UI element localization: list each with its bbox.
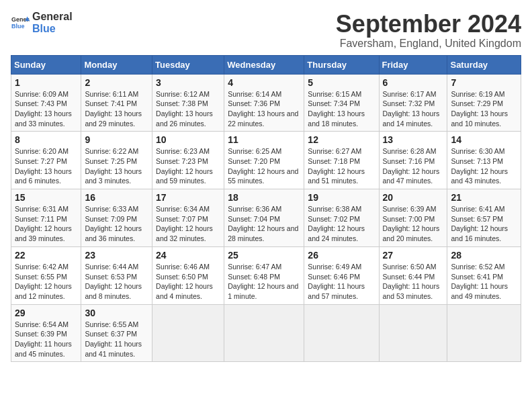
table-row: 6Sunrise: 6:17 AMSunset: 7:32 PMDaylight… — [379, 74, 447, 132]
day-number: 20 — [383, 192, 444, 203]
day-number: 2 — [85, 77, 148, 88]
table-row — [379, 304, 447, 362]
day-number: 18 — [228, 192, 300, 203]
day-number: 7 — [451, 77, 517, 88]
table-row: 4Sunrise: 6:14 AMSunset: 7:36 PMDaylight… — [224, 74, 304, 132]
day-info: Sunrise: 6:44 AMSunset: 6:53 PMDaylight:… — [85, 262, 148, 302]
day-number: 23 — [85, 250, 148, 261]
day-number: 22 — [15, 250, 77, 261]
col-friday: Friday — [379, 55, 447, 74]
day-number: 4 — [228, 77, 300, 88]
day-number: 12 — [308, 134, 375, 145]
day-number: 15 — [15, 192, 77, 203]
day-info: Sunrise: 6:49 AMSunset: 6:46 PMDaylight:… — [308, 262, 375, 302]
day-number: 1 — [15, 77, 77, 88]
day-number: 28 — [451, 250, 517, 261]
col-saturday: Saturday — [447, 55, 521, 74]
day-number: 29 — [15, 308, 77, 318]
logo: General Blue General Blue — [11, 11, 73, 34]
table-row: 10Sunrise: 6:23 AMSunset: 7:23 PMDayligh… — [152, 132, 224, 189]
table-row: 25Sunrise: 6:47 AMSunset: 6:48 PMDayligh… — [224, 246, 304, 304]
day-info: Sunrise: 6:38 AMSunset: 7:02 PMDaylight:… — [308, 204, 375, 244]
day-info: Sunrise: 6:23 AMSunset: 7:23 PMDaylight:… — [156, 146, 220, 186]
table-row: 19Sunrise: 6:38 AMSunset: 7:02 PMDayligh… — [304, 189, 379, 247]
table-row: 5Sunrise: 6:15 AMSunset: 7:34 PMDaylight… — [304, 74, 379, 132]
day-number: 6 — [383, 77, 444, 88]
table-row: 12Sunrise: 6:27 AMSunset: 7:18 PMDayligh… — [304, 132, 379, 189]
table-row — [224, 304, 304, 362]
table-row: 23Sunrise: 6:44 AMSunset: 6:53 PMDayligh… — [81, 246, 152, 304]
table-row: 22Sunrise: 6:42 AMSunset: 6:55 PMDayligh… — [11, 246, 81, 304]
table-row: 17Sunrise: 6:34 AMSunset: 7:07 PMDayligh… — [152, 189, 224, 247]
table-row: 13Sunrise: 6:28 AMSunset: 7:16 PMDayligh… — [379, 132, 447, 189]
day-number: 30 — [85, 308, 148, 318]
day-number: 10 — [156, 134, 220, 145]
day-number: 16 — [85, 192, 148, 203]
table-row: 7Sunrise: 6:19 AMSunset: 7:29 PMDaylight… — [447, 74, 521, 132]
day-number: 19 — [308, 192, 375, 203]
table-row: 26Sunrise: 6:49 AMSunset: 6:46 PMDayligh… — [304, 246, 379, 304]
day-info: Sunrise: 6:14 AMSunset: 7:36 PMDaylight:… — [228, 89, 300, 129]
day-info: Sunrise: 6:50 AMSunset: 6:44 PMDaylight:… — [383, 262, 444, 302]
day-number: 9 — [85, 134, 148, 145]
logo-text-line2: Blue — [32, 23, 73, 35]
table-row: 14Sunrise: 6:30 AMSunset: 7:13 PMDayligh… — [447, 132, 521, 189]
day-number: 14 — [451, 134, 517, 145]
day-number: 5 — [308, 77, 375, 88]
location-subtitle: Faversham, England, United Kingdom — [336, 38, 521, 50]
table-row: 30Sunrise: 6:55 AMSunset: 6:37 PMDayligh… — [81, 304, 152, 362]
table-row — [304, 304, 379, 362]
table-row: 27Sunrise: 6:50 AMSunset: 6:44 PMDayligh… — [379, 246, 447, 304]
table-row: 11Sunrise: 6:25 AMSunset: 7:20 PMDayligh… — [224, 132, 304, 189]
day-info: Sunrise: 6:46 AMSunset: 6:50 PMDaylight:… — [156, 262, 220, 302]
table-row: 21Sunrise: 6:41 AMSunset: 6:57 PMDayligh… — [447, 189, 521, 247]
header: General Blue General Blue September 2024… — [11, 11, 521, 50]
calendar-week-row: 22Sunrise: 6:42 AMSunset: 6:55 PMDayligh… — [11, 246, 521, 304]
col-monday: Monday — [81, 55, 152, 74]
calendar-table: Sunday Monday Tuesday Wednesday Thursday… — [11, 55, 521, 363]
day-number: 25 — [228, 250, 300, 261]
day-number: 27 — [383, 250, 444, 261]
table-row: 9Sunrise: 6:22 AMSunset: 7:25 PMDaylight… — [81, 132, 152, 189]
day-info: Sunrise: 6:15 AMSunset: 7:34 PMDaylight:… — [308, 89, 375, 129]
day-info: Sunrise: 6:36 AMSunset: 7:04 PMDaylight:… — [228, 204, 300, 244]
day-number: 17 — [156, 192, 220, 203]
table-row: 24Sunrise: 6:46 AMSunset: 6:50 PMDayligh… — [152, 246, 224, 304]
table-row: 1Sunrise: 6:09 AMSunset: 7:43 PMDaylight… — [11, 74, 81, 132]
calendar-week-row: 29Sunrise: 6:54 AMSunset: 6:39 PMDayligh… — [11, 304, 521, 362]
day-info: Sunrise: 6:17 AMSunset: 7:32 PMDaylight:… — [383, 89, 444, 129]
svg-text:Blue: Blue — [11, 23, 24, 30]
day-info: Sunrise: 6:09 AMSunset: 7:43 PMDaylight:… — [15, 89, 77, 129]
table-row: 15Sunrise: 6:31 AMSunset: 7:11 PMDayligh… — [11, 189, 81, 247]
day-info: Sunrise: 6:55 AMSunset: 6:37 PMDaylight:… — [85, 320, 148, 359]
table-row: 20Sunrise: 6:39 AMSunset: 7:00 PMDayligh… — [379, 189, 447, 247]
table-row: 29Sunrise: 6:54 AMSunset: 6:39 PMDayligh… — [11, 304, 81, 362]
table-row: 16Sunrise: 6:33 AMSunset: 7:09 PMDayligh… — [81, 189, 152, 247]
day-info: Sunrise: 6:31 AMSunset: 7:11 PMDaylight:… — [15, 204, 77, 244]
day-info: Sunrise: 6:34 AMSunset: 7:07 PMDaylight:… — [156, 204, 220, 244]
logo-icon: General Blue — [11, 13, 30, 32]
logo-text-line1: General — [32, 11, 73, 23]
day-info: Sunrise: 6:41 AMSunset: 6:57 PMDaylight:… — [451, 204, 517, 244]
table-row: 18Sunrise: 6:36 AMSunset: 7:04 PMDayligh… — [224, 189, 304, 247]
table-row — [152, 304, 224, 362]
header-row: Sunday Monday Tuesday Wednesday Thursday… — [11, 55, 521, 74]
day-info: Sunrise: 6:12 AMSunset: 7:38 PMDaylight:… — [156, 89, 220, 129]
day-number: 13 — [383, 134, 444, 145]
day-info: Sunrise: 6:25 AMSunset: 7:20 PMDaylight:… — [228, 146, 300, 186]
day-number: 3 — [156, 77, 220, 88]
day-info: Sunrise: 6:39 AMSunset: 7:00 PMDaylight:… — [383, 204, 444, 244]
table-row: 2Sunrise: 6:11 AMSunset: 7:41 PMDaylight… — [81, 74, 152, 132]
table-row — [447, 304, 521, 362]
day-number: 11 — [228, 134, 300, 145]
day-info: Sunrise: 6:19 AMSunset: 7:29 PMDaylight:… — [451, 89, 517, 129]
table-row: 3Sunrise: 6:12 AMSunset: 7:38 PMDaylight… — [152, 74, 224, 132]
day-info: Sunrise: 6:52 AMSunset: 6:41 PMDaylight:… — [451, 262, 517, 302]
day-info: Sunrise: 6:20 AMSunset: 7:27 PMDaylight:… — [15, 146, 77, 186]
month-title: September 2024 — [336, 11, 521, 38]
day-number: 26 — [308, 250, 375, 261]
col-sunday: Sunday — [11, 55, 81, 74]
day-info: Sunrise: 6:33 AMSunset: 7:09 PMDaylight:… — [85, 204, 148, 244]
day-number: 8 — [15, 134, 77, 145]
day-info: Sunrise: 6:11 AMSunset: 7:41 PMDaylight:… — [85, 89, 148, 129]
